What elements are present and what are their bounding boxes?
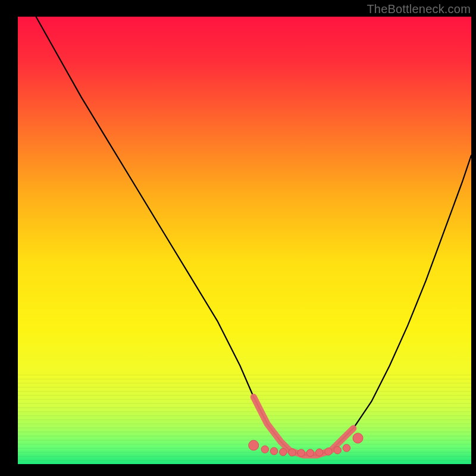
band-line (18, 427, 471, 428)
band-line (18, 419, 471, 420)
gradient-background (18, 17, 471, 464)
band-line (18, 399, 471, 400)
optimal-marker (316, 449, 323, 456)
plot-svg (18, 17, 471, 464)
optimal-marker (334, 446, 341, 453)
band-line (18, 460, 471, 461)
optimal-marker (325, 448, 332, 455)
band-line (18, 452, 471, 452)
band-line (18, 415, 471, 416)
watermark-text: TheBottleneck.com (367, 2, 471, 16)
band-line (18, 403, 471, 403)
band-line (18, 395, 471, 396)
optimal-marker (298, 449, 305, 456)
plot-area (18, 17, 471, 464)
band-line (18, 411, 471, 412)
band-line (18, 456, 471, 456)
optimal-marker (306, 449, 314, 456)
optimal-marker (261, 446, 268, 453)
optimal-marker (289, 449, 296, 456)
band-line (18, 378, 471, 379)
band-line (18, 383, 471, 383)
band-line (18, 444, 471, 444)
band-line (18, 436, 471, 436)
optimal-marker (270, 447, 277, 455)
optimal-marker (280, 449, 287, 456)
band-line (18, 440, 471, 440)
band-line (18, 391, 471, 392)
optimal-marker (249, 440, 259, 450)
band-line (18, 387, 471, 387)
band-line (18, 431, 471, 432)
band-line (18, 407, 471, 408)
optimal-marker (343, 444, 350, 452)
chart-stage: TheBottleneck.com (0, 0, 476, 476)
optimal-marker (353, 433, 363, 443)
band-line (18, 424, 471, 424)
band-line (18, 448, 471, 449)
